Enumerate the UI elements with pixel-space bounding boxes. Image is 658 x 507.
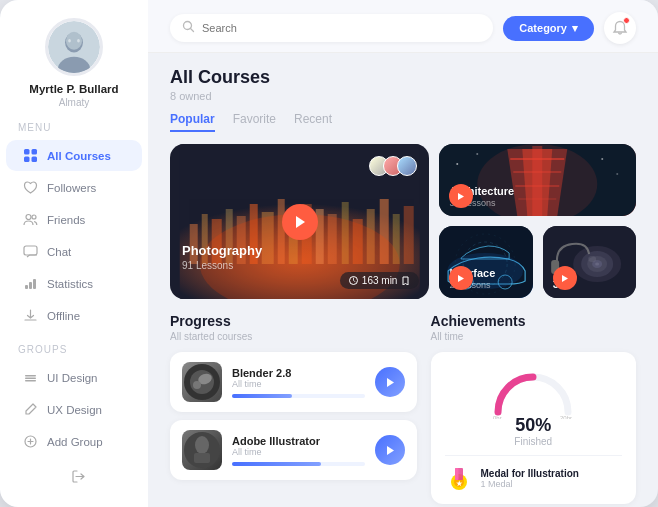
svg-rect-13 xyxy=(25,285,28,289)
logout-icon xyxy=(71,469,86,486)
search-input[interactable] xyxy=(202,22,481,34)
progress-subtitle: All started courses xyxy=(170,331,417,342)
illustrator-thumbnail xyxy=(182,430,222,470)
sidebar-item-followers-label: Followers xyxy=(47,182,96,194)
blender-progress-bar-bg xyxy=(232,394,365,398)
gauge-label: Finished xyxy=(514,436,552,447)
play-button-photography[interactable] xyxy=(282,204,318,240)
category-label: Category xyxy=(519,22,567,34)
sidebar-item-all-courses-label: All Courses xyxy=(47,150,111,162)
header: Category ▾ xyxy=(148,0,658,53)
course-avatars xyxy=(375,156,417,176)
sidebar-item-chat-label: Chat xyxy=(47,246,71,258)
plus-circle-icon xyxy=(22,433,39,450)
user-name: Myrtle P. Bullard xyxy=(29,83,118,95)
courses-right: Architecture 34 Lessons xyxy=(439,144,636,299)
avatar xyxy=(45,18,103,76)
illustrator-name: Adobe Illustrator xyxy=(232,435,365,447)
svg-text:0hr: 0hr xyxy=(493,415,502,419)
svg-point-5 xyxy=(77,39,80,43)
sidebar-item-friends-label: Friends xyxy=(47,214,85,226)
course-card-3d: 3D xyxy=(543,226,636,298)
content-area: All Courses 8 owned Popular Favorite Rec… xyxy=(148,53,658,507)
medal-info: Medal for Illustration 1 Medal xyxy=(481,468,579,489)
course-subtitle-photography: 91 Lessons xyxy=(182,260,262,271)
sidebar-item-chat[interactable]: Chat xyxy=(6,236,142,267)
svg-point-77 xyxy=(193,381,201,389)
gauge-wrap: 0hr 20hr 50% Finished xyxy=(445,364,622,447)
logout-button[interactable] xyxy=(55,462,100,493)
svg-rect-7 xyxy=(32,149,38,155)
course-title-photography: Photography xyxy=(182,243,262,258)
achievements-title: Achievements xyxy=(431,313,636,329)
bottom-row: Progress All started courses Blender 2.8… xyxy=(170,313,636,504)
illustrator-progress-bar xyxy=(232,462,321,466)
svg-point-72 xyxy=(588,256,596,262)
svg-rect-14 xyxy=(29,282,32,289)
svg-marker-83 xyxy=(387,446,394,455)
sidebar-item-friends[interactable]: Friends xyxy=(6,204,142,235)
groups-label: GROUPS xyxy=(18,344,67,355)
progress-section: Progress All started courses Blender 2.8… xyxy=(170,313,417,504)
svg-point-54 xyxy=(477,153,479,155)
category-button[interactable]: Category ▾ xyxy=(503,16,594,41)
svg-rect-8 xyxy=(24,157,30,163)
sidebar-item-followers[interactable]: Followers xyxy=(6,172,142,203)
bookmark-icon xyxy=(401,276,410,285)
user-city: Almaty xyxy=(59,97,90,108)
illustrator-progress-bar-bg xyxy=(232,462,365,466)
users-icon xyxy=(22,211,39,228)
blender-sublabel: All time xyxy=(232,379,365,389)
grid-icon xyxy=(22,147,39,164)
chevron-down-icon: ▾ xyxy=(572,22,578,35)
sidebar-item-statistics[interactable]: Statistics xyxy=(6,268,142,299)
medal-row: ★ Medal for Illustration 1 Medal xyxy=(445,455,622,492)
medal-unit: Medal xyxy=(488,479,513,489)
sidebar-item-offline-label: Offline xyxy=(47,310,80,322)
svg-rect-16 xyxy=(25,375,36,377)
notification-dot xyxy=(623,17,630,24)
tab-popular[interactable]: Popular xyxy=(170,112,215,132)
sidebar-item-offline[interactable]: Offline xyxy=(6,300,142,331)
tab-recent[interactable]: Recent xyxy=(294,112,332,132)
svg-rect-17 xyxy=(25,378,36,380)
gauge-percent: 50% xyxy=(515,415,551,436)
tab-favorite[interactable]: Favorite xyxy=(233,112,276,132)
heart-icon xyxy=(22,179,39,196)
course-card-architecture: Architecture 34 Lessons xyxy=(439,144,636,216)
courses-grid: Photography 91 Lessons 163 min xyxy=(170,144,636,299)
play-button-blender[interactable] xyxy=(375,367,405,397)
svg-rect-6 xyxy=(24,149,30,155)
sidebar-item-ui-design[interactable]: UI Design xyxy=(6,362,142,393)
course-card-interface: Interface 2 Lessons xyxy=(439,226,532,298)
svg-marker-78 xyxy=(387,378,394,387)
svg-point-55 xyxy=(602,158,604,160)
avatar-sm-3 xyxy=(397,156,417,176)
sidebar: Myrtle P. Bullard Almaty Menu All Course… xyxy=(0,0,148,507)
svg-rect-12 xyxy=(24,246,37,255)
page-subtitle: 8 owned xyxy=(170,90,636,102)
sidebar-item-statistics-label: Statistics xyxy=(47,278,93,290)
svg-point-53 xyxy=(457,163,459,165)
search-bar xyxy=(170,14,493,42)
interface-3d-row: Interface 2 Lessons xyxy=(439,226,636,298)
play-button-illustrator[interactable] xyxy=(375,435,405,465)
svg-text:★: ★ xyxy=(455,480,462,487)
play-button-3d[interactable] xyxy=(553,266,577,290)
sidebar-item-ux-design[interactable]: UX Design xyxy=(6,394,142,425)
medal-count-label: 1 Medal xyxy=(481,479,579,489)
main-panel: Category ▾ All Courses 8 owned Popular F… xyxy=(148,0,658,507)
svg-rect-90 xyxy=(455,468,459,480)
medal-icon: ★ xyxy=(445,464,473,492)
notification-button[interactable] xyxy=(604,12,636,44)
blender-name: Blender 2.8 xyxy=(232,367,365,379)
gauge-svg: 0hr 20hr xyxy=(488,364,578,419)
groups-list: UI Design UX Design Add Group xyxy=(0,361,148,458)
sidebar-item-all-courses[interactable]: All Courses xyxy=(6,140,142,171)
progress-card-illustrator: Adobe Illustrator All time xyxy=(170,420,417,480)
progress-card-blender: Blender 2.8 All time xyxy=(170,352,417,412)
sidebar-item-add-group[interactable]: Add Group xyxy=(6,426,142,457)
progress-title: Progress xyxy=(170,313,417,329)
svg-marker-64 xyxy=(458,275,464,282)
svg-rect-81 xyxy=(194,453,210,463)
